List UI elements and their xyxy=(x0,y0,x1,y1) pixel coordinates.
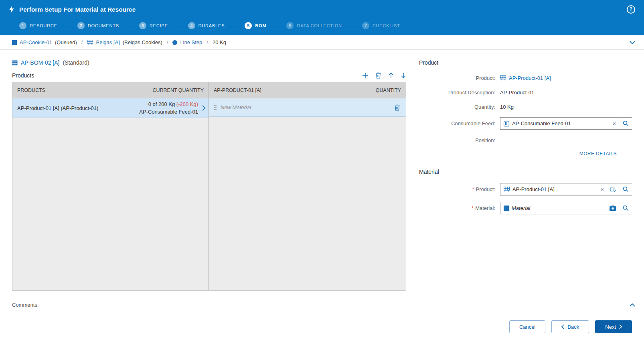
material-input[interactable]: Material xyxy=(500,202,632,214)
material-icon xyxy=(504,206,509,211)
next-button[interactable]: Next xyxy=(595,320,632,333)
product-link[interactable]: AP-Product-01 [A] xyxy=(509,75,551,81)
resource-link[interactable]: Belgas [A] xyxy=(96,39,119,45)
products-section-title: Products xyxy=(12,72,34,79)
expand-row-chevron-icon[interactable] xyxy=(202,105,205,111)
clear-icon[interactable]: × xyxy=(610,120,619,126)
comments-collapse-button[interactable] xyxy=(630,303,635,307)
step-data-collection[interactable]: 6 DATA COLLECTION xyxy=(286,22,342,29)
consumable-feed-icon xyxy=(504,121,509,126)
product-description-value: AP-Product-01 xyxy=(500,88,632,96)
product-icon xyxy=(504,187,510,192)
product-quantity-block: 0 of 200 Kg (-200 Kg) AP-Consumable Feed… xyxy=(139,100,198,116)
breadcrumb-separator: / xyxy=(167,39,168,45)
product-description-label: Product Description: xyxy=(419,90,495,96)
column-product: AP-PRODUCT-01 [A] xyxy=(214,88,261,93)
step-link[interactable]: Line Step xyxy=(180,39,202,45)
new-material-placeholder: New Material xyxy=(221,104,251,110)
back-label: Back xyxy=(567,324,579,330)
breadcrumb-separator: / xyxy=(81,39,83,45)
search-icon[interactable] xyxy=(619,183,632,195)
context-bar: AP-Cookie-01 (Queued) / Belgas [A] (Belg… xyxy=(0,35,644,50)
step-connector xyxy=(172,26,184,26)
consumable-feed-value: AP-Consumable Feed-01 xyxy=(512,120,610,126)
required-marker: * xyxy=(472,205,474,211)
delete-button[interactable] xyxy=(375,72,381,79)
breadcrumb-resource: Belgas [A] (Belgas Cookies) xyxy=(87,39,162,45)
move-down-button[interactable] xyxy=(401,72,406,79)
comments-label: Comments: xyxy=(12,302,38,308)
product-icon xyxy=(500,75,506,81)
consumable-feed-label: Consumable Feed: xyxy=(419,120,495,126)
breadcrumb-separator: / xyxy=(207,39,208,45)
main-content: AP-BOM-02 [A] (Standard) Products xyxy=(0,50,644,298)
search-icon[interactable] xyxy=(619,118,632,129)
bom-type: (Standard) xyxy=(63,59,89,66)
help-icon[interactable]: ? xyxy=(627,5,635,14)
step-checklist[interactable]: 7 CHECKLIST xyxy=(362,22,400,29)
step-label: DATA COLLECTION xyxy=(297,23,342,28)
products-toolbar xyxy=(362,72,406,79)
step-resource[interactable]: 1 RESOURCE xyxy=(19,22,57,29)
consumable-feed-input[interactable]: AP-Consumable Feed-01 × xyxy=(500,117,632,130)
wizard-stepper: 1 RESOURCE 2 DOCUMENTS 3 RECIPE 4 DURABL… xyxy=(9,18,635,35)
action-bolt-icon xyxy=(9,6,14,13)
material-link[interactable]: AP-Cookie-01 xyxy=(20,39,52,45)
material-label: *Material: xyxy=(419,205,495,211)
context-quantity: 20 Kg xyxy=(213,39,226,45)
step-number: 6 xyxy=(286,22,294,29)
quantity-value: 10 Kg xyxy=(500,103,632,111)
move-up-button[interactable] xyxy=(388,72,394,79)
step-connector xyxy=(229,26,241,26)
materials-table: AP-PRODUCT-01 [A] QUANTITY New Material xyxy=(209,82,406,290)
product-section-heading: Product xyxy=(419,59,632,66)
row-delete-button[interactable] xyxy=(394,104,403,111)
products-table: PRODUCTS CURRENT QUANTITY AP-Product-01 … xyxy=(12,82,209,290)
drag-handle-icon[interactable] xyxy=(214,105,217,110)
column-products: PRODUCTS xyxy=(17,88,45,93)
add-button[interactable] xyxy=(362,72,369,79)
step-number: 4 xyxy=(188,22,195,29)
step-label: CHECKLIST xyxy=(373,23,400,28)
back-button[interactable]: Back xyxy=(551,320,589,333)
current-quantity: 0 of 200 Kg xyxy=(148,101,175,107)
required-marker: * xyxy=(472,186,474,192)
camera-scan-icon[interactable] xyxy=(607,206,619,211)
breadcrumb-material: AP-Cookie-01 (Queued) xyxy=(12,39,77,45)
product-name: AP-Product-01 [A] (AP-Product-01) xyxy=(17,105,98,111)
comments-bar: Comments: xyxy=(0,298,644,311)
alternates-icon[interactable] xyxy=(607,186,619,192)
header: Perform Setup For Material at Resource ?… xyxy=(0,0,644,35)
material-fields: *Product: AP-Product-01 [A] × xyxy=(419,183,632,214)
new-material-row[interactable]: New Material xyxy=(209,98,406,117)
step-label: BOM xyxy=(255,23,266,28)
context-collapse-button[interactable] xyxy=(630,41,635,44)
search-icon[interactable] xyxy=(619,202,632,214)
details-panel: Product Product: AP-Product-01 [A] Produ… xyxy=(406,50,632,298)
step-number: 5 xyxy=(245,22,252,29)
bom-name-link[interactable]: AP-BOM-02 [A] xyxy=(21,59,59,66)
product-row[interactable]: AP-Product-01 [A] (AP-Product-01) 0 of 2… xyxy=(12,98,209,118)
cancel-button[interactable]: Cancel xyxy=(509,320,545,333)
step-bom[interactable]: 5 BOM xyxy=(245,22,266,29)
step-durables[interactable]: 4 DURABLES xyxy=(188,22,225,29)
step-documents[interactable]: 2 DOCUMENTS xyxy=(77,22,119,29)
step-label: RESOURCE xyxy=(30,23,57,28)
wizard-actions: Cancel Back Next xyxy=(0,311,644,342)
chevron-down-icon xyxy=(630,41,635,44)
step-recipe[interactable]: 3 RECIPE xyxy=(139,22,168,29)
step-number: 7 xyxy=(362,22,369,29)
chevron-right-icon xyxy=(619,324,622,329)
material-product-input[interactable]: AP-Product-01 [A] × xyxy=(500,183,632,195)
bom-tables: PRODUCTS CURRENT QUANTITY AP-Product-01 … xyxy=(12,82,406,291)
cancel-label: Cancel xyxy=(519,324,535,330)
step-connector xyxy=(346,26,358,26)
step-number: 2 xyxy=(77,22,85,29)
product-label: Product: xyxy=(419,75,495,81)
more-details-link[interactable]: MORE DETAILS xyxy=(579,151,617,157)
step-label: DOCUMENTS xyxy=(88,23,119,28)
next-label: Next xyxy=(605,324,616,330)
clear-icon[interactable]: × xyxy=(597,186,607,192)
material-placeholder: Material xyxy=(512,205,607,211)
material-state: (Queued) xyxy=(55,39,77,45)
